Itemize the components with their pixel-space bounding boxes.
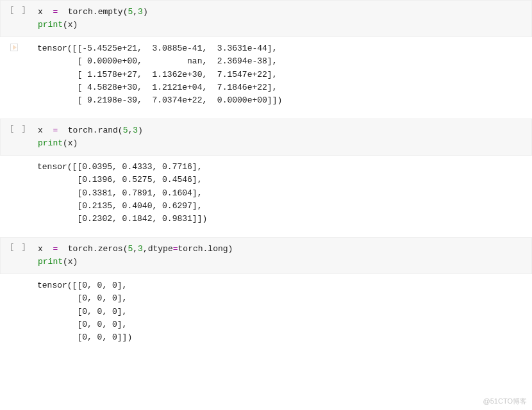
code-content[interactable]: x = torch.empty(5,3) print(x) (38, 6, 148, 31)
output-content: tensor([[-5.4525e+21, 3.0885e-41, 3.3631… (37, 42, 282, 107)
output-gutter (9, 42, 37, 51)
code-cell-input[interactable]: [ ]x = torch.empty(5,3) print(x) (0, 0, 532, 37)
output-content: tensor([[0.0395, 0.4333, 0.7716], [0.139… (37, 161, 207, 226)
code-content[interactable]: x = torch.rand(5,3) print(x) (38, 124, 143, 150)
input-prompt: [ ] (10, 124, 38, 133)
code-cell-output: tensor([[-5.4525e+21, 3.0885e-41, 3.3631… (0, 37, 532, 112)
input-prompt: [ ] (10, 243, 38, 252)
code-cell-output: tensor([[0, 0, 0], [0, 0, 0], [0, 0, 0],… (0, 274, 532, 349)
code-cell-input[interactable]: [ ]x = torch.rand(5,3) print(x) (0, 119, 532, 156)
watermark-text: @51CTO博客 (483, 397, 527, 406)
code-cell-input[interactable]: [ ]x = torch.zeros(5,3,dtype=torch.long)… (0, 237, 532, 274)
code-cell-output: tensor([[0.0395, 0.4333, 0.7716], [0.139… (0, 156, 532, 231)
code-content[interactable]: x = torch.zeros(5,3,dtype=torch.long) pr… (38, 243, 233, 268)
input-prompt: [ ] (10, 6, 38, 15)
output-arrow-icon (10, 44, 18, 51)
output-content: tensor([[0, 0, 0], [0, 0, 0], [0, 0, 0],… (37, 279, 132, 344)
